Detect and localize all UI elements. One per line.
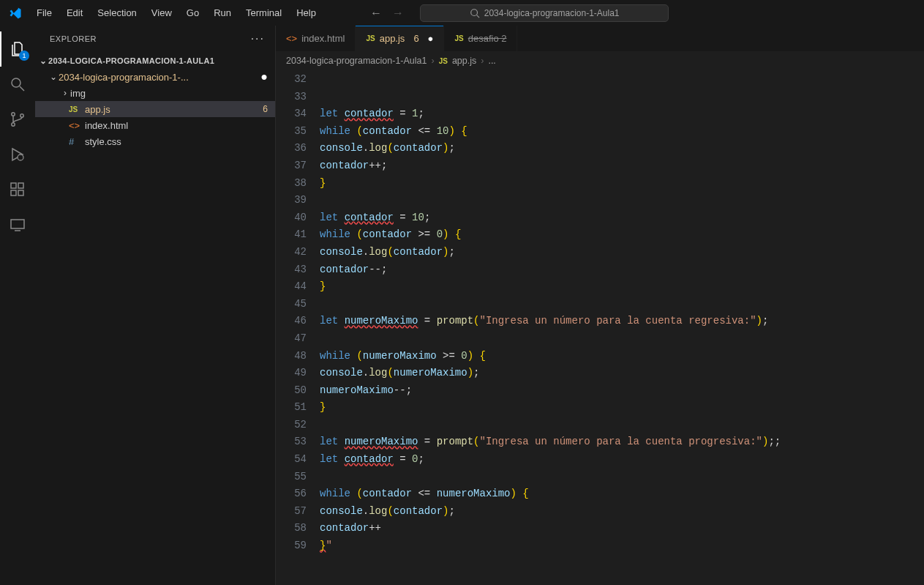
activity-remote[interactable] [0, 207, 35, 242]
search-icon [470, 8, 480, 18]
code-editor[interactable]: 3233343536373839404142434445464748495051… [276, 70, 924, 585]
explorer-badge: 1 [19, 51, 29, 61]
menu-edit[interactable]: Edit [59, 3, 90, 23]
html-icon: <> [286, 33, 297, 44]
svg-rect-11 [18, 183, 23, 188]
menu-file[interactable]: File [29, 3, 59, 23]
menu-selection[interactable]: Selection [90, 3, 143, 23]
vscode-logo-icon [9, 7, 22, 20]
breadcrumb[interactable]: 2034-logica-programacion-1-Aula1›JSapp.j… [276, 52, 924, 70]
sidebar-header: EXPLORER ··· [35, 26, 275, 51]
file-name: app.js [85, 104, 263, 115]
tree-file[interactable]: <>index.html [35, 117, 275, 133]
svg-line-1 [476, 15, 479, 18]
tab-app.js[interactable]: JSapp.js6● [356, 26, 444, 51]
remote-icon [9, 216, 26, 234]
dirty-dot-icon: ● [260, 71, 268, 83]
root-name: 2034-LOGICA-PROGRAMACION-1-AULA1 [48, 56, 275, 65]
code-content[interactable]: let contador = 1;while (contador <= 10) … [320, 70, 924, 585]
activitybar: 1 [0, 26, 35, 585]
tree-root[interactable]: ⌄ 2034-LOGICA-PROGRAMACION-1-AULA1 [35, 53, 275, 69]
menu-run[interactable]: Run [206, 3, 238, 23]
file-name: index.html [85, 120, 275, 131]
tree-file[interactable]: #style.css [35, 133, 275, 149]
html-icon: <> [69, 120, 80, 131]
explorer-sidebar: EXPLORER ··· ⌄ 2034-LOGICA-PROGRAMACION-… [35, 26, 276, 585]
sidebar-title: EXPLORER [50, 34, 97, 43]
activity-debug[interactable] [0, 137, 35, 172]
chevron-right-icon: › [60, 88, 70, 98]
menu-help[interactable]: Help [289, 3, 323, 23]
activity-scm[interactable] [0, 102, 35, 137]
folder-name: 2034-logica-programacion-1-... [59, 72, 260, 83]
editor-tabs: <>index.htmlJSapp.js6●JSdesafio 2 [276, 26, 924, 52]
folder-name: img [70, 88, 275, 99]
svg-point-7 [18, 154, 23, 160]
chevron-right-icon: › [481, 56, 484, 66]
line-gutter: 3233343536373839404142434445464748495051… [276, 70, 320, 585]
css-icon: # [69, 136, 74, 147]
chevron-right-icon: › [431, 56, 434, 66]
titlebar: FileEditSelectionViewGoRunTerminalHelp ←… [0, 0, 924, 26]
svg-point-0 [471, 9, 478, 15]
svg-point-5 [12, 123, 15, 126]
branch-icon [9, 111, 26, 128]
tab-index.html[interactable]: <>index.html [276, 26, 356, 51]
tab-label: index.html [301, 33, 345, 44]
svg-point-6 [20, 114, 23, 117]
nav-back-icon[interactable]: ← [369, 7, 383, 20]
menu-terminal[interactable]: Terminal [238, 3, 289, 23]
svg-rect-12 [11, 220, 24, 228]
command-center[interactable]: 2034-logica-programacion-1-Aula1 [420, 4, 669, 22]
activity-explorer[interactable]: 1 [0, 31, 35, 67]
menu-go[interactable]: Go [179, 3, 206, 23]
sidebar-more-icon[interactable]: ··· [251, 32, 265, 45]
tab-label: app.js [380, 33, 405, 44]
extensions-icon [9, 181, 26, 198]
tab-label: desafio 2 [468, 33, 507, 44]
tree-file[interactable]: JSapp.js6 [35, 101, 275, 117]
dirty-dot-icon: ● [428, 33, 434, 44]
play-bug-icon [9, 146, 26, 163]
file-name: style.css [85, 136, 275, 147]
svg-point-4 [12, 113, 15, 116]
svg-rect-10 [18, 190, 23, 195]
svg-rect-9 [11, 190, 16, 195]
svg-line-3 [20, 86, 24, 91]
js-icon: JS [69, 105, 78, 113]
nav-buttons: ← → [369, 7, 405, 20]
chevron-down-icon: ⌄ [48, 72, 59, 82]
search-text: 2034-logica-programacion-1-Aula1 [484, 8, 620, 18]
tree-folder[interactable]: ›img [35, 85, 275, 101]
chevron-down-icon: ⌄ [38, 56, 48, 66]
tab-desafio-2[interactable]: JSdesafio 2 [444, 26, 517, 51]
problems-count: 6 [263, 104, 268, 114]
tree-folder-open[interactable]: ⌄ 2034-logica-programacion-1-... ● [35, 69, 275, 85]
svg-rect-8 [11, 183, 16, 188]
js-icon: JS [454, 34, 463, 42]
file-tree: ⌄ 2034-LOGICA-PROGRAMACION-1-AULA1 ⌄ 203… [35, 51, 275, 585]
tab-problems: 6 [413, 33, 418, 44]
search-icon [9, 75, 26, 93]
breadcrumb-part[interactable]: ... [488, 56, 495, 66]
js-icon: JS [366, 34, 375, 42]
nav-forward-icon[interactable]: → [391, 7, 405, 20]
activity-extensions[interactable] [0, 172, 35, 207]
svg-point-2 [12, 78, 20, 87]
activity-search[interactable] [0, 67, 35, 102]
js-icon: JS [439, 57, 448, 65]
menu-view[interactable]: View [144, 3, 179, 23]
editor-area: <>index.htmlJSapp.js6●JSdesafio 2 2034-l… [276, 26, 924, 585]
breadcrumb-part[interactable]: 2034-logica-programacion-1-Aula1 [286, 56, 427, 66]
breadcrumb-part[interactable]: app.js [452, 56, 476, 66]
menubar: FileEditSelectionViewGoRunTerminalHelp [29, 3, 323, 23]
